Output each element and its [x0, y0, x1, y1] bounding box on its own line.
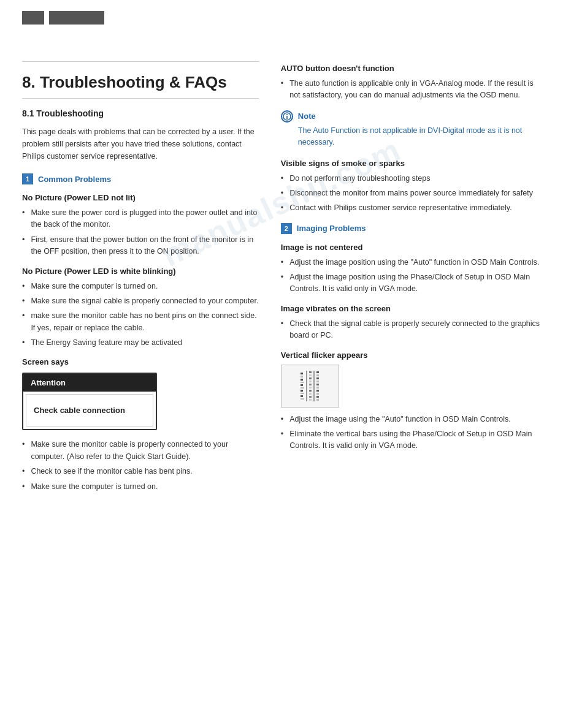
image-vibrates-heading: Image vibrates on the screen: [281, 304, 541, 313]
list-item: Adjust the image using the "Auto" functi…: [281, 414, 541, 425]
no-picture-blinking-heading: No Picture (Power LED is white blinking): [22, 267, 259, 276]
smoke-sparks-heading: Visible signs of smoke or sparks: [281, 159, 541, 168]
imaging-problems-header: 2 Imaging Problems: [281, 223, 541, 234]
flicker-lines: [298, 365, 321, 407]
image-not-centered-heading: Image is not centered: [281, 243, 541, 252]
svg-point-2: [286, 114, 288, 115]
top-bar: [0, 0, 563, 25]
list-item: Make sure the power cord is plugged into…: [22, 207, 259, 231]
list-item: Check to see if the monitor cable has be…: [22, 466, 259, 477]
intro-text: This page deals with problems that can b…: [22, 126, 259, 162]
common-problems-label: Common Problems: [38, 175, 111, 184]
right-col-top: AUTO button doesn't function The auto fu…: [281, 64, 541, 452]
content-area: 8. Troubleshooting & FAQs 8.1 Troublesho…: [0, 61, 563, 501]
image-vibrates-list: Check that the signal cable is properly …: [281, 318, 541, 342]
top-bar-rect2: [49, 11, 104, 25]
note-text: The Auto Function is not applicable in D…: [281, 125, 541, 149]
note-icon: [281, 110, 293, 123]
attention-dialog: Attention Check cable connection: [22, 373, 157, 430]
list-item: Make sure the monitor cable is properly …: [22, 439, 259, 463]
list-item: Disconnect the monitor from mains power …: [281, 188, 541, 199]
list-item: Make sure the computer is turned on.: [22, 481, 259, 493]
top-bar-rect1: [22, 11, 44, 25]
list-item: Make sure the signal cable is properly c…: [22, 295, 259, 307]
no-picture-blinking-list: Make sure the computer is turned on. Mak…: [22, 281, 259, 349]
attention-body: Check cable connection: [26, 394, 153, 427]
list-item: Do not perform any troubleshooting steps: [281, 173, 541, 184]
chapter-heading: 8. Troubleshooting & FAQs: [22, 61, 259, 92]
list-item: Make sure the computer is turned on.: [22, 281, 259, 292]
screen-says-label: Screen says: [22, 357, 259, 366]
right-column: AUTO button doesn't function The auto fu…: [276, 61, 541, 501]
flicker-image: [281, 365, 339, 408]
note-header: Note: [281, 110, 541, 123]
svg-rect-1: [286, 116, 288, 119]
page-wrapper: manualshu.com 8. Troubleshooting & FAQs …: [0, 0, 563, 501]
chapter-title: 8. Troubleshooting & FAQs: [22, 73, 259, 92]
vertical-flicker-heading: Vertical flicker appears: [281, 351, 541, 360]
section-number-1: 1: [22, 173, 33, 184]
no-picture-led-heading: No Picture (Power LED not lit): [22, 193, 259, 202]
image-not-centered-list: Adjust the image position using the "Aut…: [281, 257, 541, 295]
list-item: First, ensure that the power button on t…: [22, 234, 259, 258]
left-column: 8. Troubleshooting & FAQs 8.1 Troublesho…: [22, 61, 276, 501]
list-item: The auto function is applicable only in …: [281, 78, 541, 102]
list-item: Contact with Philips customer service re…: [281, 202, 541, 214]
auto-button-heading: AUTO button doesn't function: [281, 64, 541, 73]
section-1-title: 8.1 Troubleshooting: [22, 108, 259, 118]
auto-button-list: The auto function is applicable only in …: [281, 78, 541, 102]
note-box: Note The Auto Function is not applicable…: [281, 110, 541, 149]
imaging-problems-label: Imaging Problems: [297, 224, 366, 233]
screen-says-list: Make sure the monitor cable is properly …: [22, 439, 259, 493]
list-item: Adjust the image position using the Phas…: [281, 271, 541, 295]
chapter-divider: [22, 98, 259, 99]
no-picture-led-list: Make sure the power cord is plugged into…: [22, 207, 259, 258]
list-item: The Energy Saving feature may be activat…: [22, 337, 259, 349]
list-item: Eliminate the vertical bars using the Ph…: [281, 428, 541, 452]
list-item: make sure the monitor cable has no bent …: [22, 310, 259, 334]
list-item: Check that the signal cable is properly …: [281, 318, 541, 342]
list-item: Adjust the image position using the "Aut…: [281, 257, 541, 268]
common-problems-header: 1 Common Problems: [22, 173, 259, 184]
section-number-2: 2: [281, 223, 292, 234]
smoke-sparks-list: Do not perform any troubleshooting steps…: [281, 173, 541, 214]
attention-title: Attention: [23, 374, 156, 392]
vertical-flicker-list: Adjust the image using the "Auto" functi…: [281, 414, 541, 452]
note-title: Note: [298, 112, 316, 121]
